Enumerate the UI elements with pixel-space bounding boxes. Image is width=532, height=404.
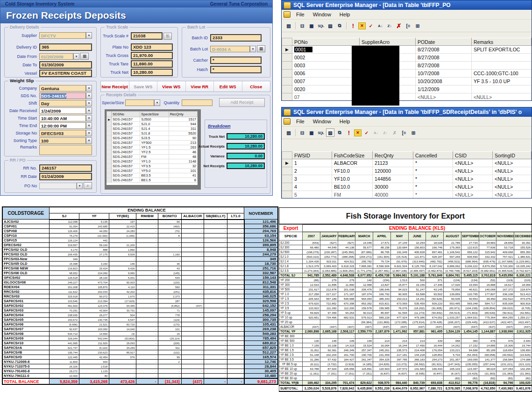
row-pointer[interactable]	[282, 93, 292, 101]
add-receipt-button[interactable]: Add Receipt	[219, 98, 265, 107]
chevron-down-icon[interactable]: ▼	[86, 115, 92, 121]
coldstorage-row[interactable]: SAFIICS#02 461,600123,37664,465-(6,852)(…	[2, 304, 278, 308]
coldstorage-row[interactable]: CSP#08 126,40644,05024,283-(70)--- 204,7…	[2, 229, 278, 234]
table-row[interactable]: 2 YF10.0 120000 * <NULL> <NULL>	[282, 167, 532, 175]
ws-button[interactable]: Close	[242, 81, 270, 92]
grid-column-header[interactable]: CSID	[453, 152, 493, 159]
vessel-field[interactable]: FV EASTERN COAST	[39, 70, 92, 77]
menu-item[interactable]: Window	[310, 11, 336, 18]
coldstorage-row[interactable]: SAFIICS#10 441,995211,92029,093-(206)---…	[2, 341, 278, 346]
sort-ascending-icon[interactable]: A↓	[376, 21, 384, 30]
table-row[interactable]: 0002 8/27/2008	[282, 54, 532, 62]
rr-date-field[interactable]: 01/24/2009	[39, 173, 92, 180]
toolbar-separator[interactable]	[295, 22, 296, 29]
coldstorage-row[interactable]: NYKU-791493-8 29,2721,133------ 30,405	[2, 369, 278, 374]
grid-column-header[interactable]: SortingID	[493, 152, 532, 159]
row-pointer[interactable]	[282, 62, 292, 70]
chevron-down-icon[interactable]: ▼	[86, 92, 92, 99]
coldstorage-row[interactable]: FPCS#06 OLD 98,652224,0909,990-(145)--- …	[2, 271, 278, 276]
grid-column-header[interactable]: RecQnty	[373, 152, 413, 159]
chevron-down-icon[interactable]: ▼	[154, 99, 160, 106]
window-titlebar[interactable]: SQL Server Enterprise Manager - [Data in…	[282, 107, 532, 117]
menu-item[interactable]: File	[293, 11, 310, 18]
table-row[interactable]: ▶ 0001 8/27/2008 SPLIT EXPORT/LOC	[282, 46, 532, 54]
chevron-down-icon[interactable]: ▼	[86, 32, 92, 39]
row-pointer[interactable]	[282, 167, 292, 175]
date-to-field[interactable]: 01/30/2009	[39, 61, 92, 69]
coldstorage-row[interactable]: NYKU-713375-0 26,3262,518------ 28,844	[2, 364, 278, 369]
grid-column-header[interactable]: Cancelled	[413, 152, 453, 159]
add-table-icon[interactable]: ⊞	[413, 21, 422, 30]
row-pointer[interactable]: ▶	[282, 159, 292, 167]
ws-button[interactable]: Edit WS	[214, 81, 242, 92]
row-pointer[interactable]: ▶	[282, 46, 292, 54]
sort-descending-icon[interactable]: Z↓	[381, 128, 390, 137]
toolbar-separator[interactable]	[295, 129, 296, 136]
ws-button[interactable]: View RR	[186, 81, 214, 92]
fish-row[interactable]: SUBTOTAL: 3,150,0245,528,8767,826,9429,4…	[279, 385, 532, 391]
grid-column-header[interactable]: FishCodeSize	[332, 152, 373, 159]
sort-ascending-icon[interactable]: A↓	[372, 128, 380, 137]
show-sql-pane-icon[interactable]: SQL	[317, 128, 325, 137]
grid-column-header[interactable]: PODate	[416, 38, 472, 46]
menu-item[interactable]: Window	[310, 118, 336, 125]
fish-row[interactable]: SJ 1.8 1,513,3793,069,4036,618,3157,865,…	[279, 264, 532, 269]
coldstorage-row[interactable]: SAFIICS#01 103,546213,394(17,629)-287---…	[2, 299, 278, 304]
fish-row[interactable]: SJ 3.5 (1,273,364)(1,053,886)(1,806,250)…	[279, 269, 532, 273]
grid-column-header[interactable]: SupplierAcro	[360, 38, 416, 46]
receipt-row[interactable]: SDS-246157 SJ1.4 311	[107, 127, 198, 131]
coldstorage-row[interactable]: DFECS#02 319,56759,10021,200----- 399,89…	[2, 243, 278, 248]
sort-descending-icon[interactable]: Z↓	[385, 21, 394, 30]
grid-column-header[interactable]: RecQnty	[169, 112, 197, 117]
coldstorage-row[interactable]: SAFIICS#06 (5,656)21,52183,720-(170)--- …	[2, 322, 278, 327]
receipt-row[interactable]: SDS-246157 YF1.5 263	[107, 145, 198, 150]
fish-row[interactable]: TOTAL YF(B 169,462334,295701,474829,6229…	[279, 381, 532, 385]
add-table-icon[interactable]: ⊞	[409, 128, 418, 137]
sorting-type-field[interactable]: 100	[39, 137, 86, 144]
chevron-down-icon[interactable]: ▼	[86, 130, 92, 136]
fish-row[interactable]: YF BE 10 up 63,78887,924105,656115,89112…	[279, 367, 532, 371]
grid-column-header[interactable]: Remarks	[472, 38, 532, 46]
coldstorage-row[interactable]: NYKU-794111-0 10,40080------ 10,480	[2, 374, 278, 379]
verify-sql-icon[interactable]: ✓	[362, 128, 371, 137]
coldstorage-row[interactable]: SAFIICS#05 153,672140,7356,547-(119)--- …	[2, 318, 278, 322]
date-from-field[interactable]: 01/20/2009	[39, 53, 73, 60]
table-row[interactable]: 0020 1/12/2009	[282, 85, 532, 93]
chevron-down-icon[interactable]: ▼	[250, 46, 256, 52]
remove-filter-icon[interactable]: ✗	[390, 128, 399, 137]
show-diagram-pane-icon[interactable]: ⊟	[298, 128, 306, 137]
run-icon[interactable]: !	[349, 21, 357, 30]
coldstorage-row[interactable]: CSP#01 91,054243,68522,415-(460)--- 356,…	[2, 224, 278, 229]
coldstorage-row[interactable]: FPCS#03-New 349------- 349	[2, 257, 278, 262]
truck-scale-no-field[interactable]: 21038	[131, 32, 163, 40]
fish-row[interactable]: YF 300 12,53311,89511,89012,95813,82715,…	[279, 283, 532, 287]
show-grid-pane-icon[interactable]: ▦	[307, 21, 316, 30]
row-pointer[interactable]	[282, 175, 292, 183]
fish-row[interactable]: ALBACOR (437)(437)(437)(437)(437)(437)(4…	[279, 325, 532, 329]
coldstorage-row[interactable]: RRCS#02 111,622202,03342,202-(241)--- 43…	[2, 290, 278, 294]
chevron-down-icon[interactable]: ▼	[86, 100, 92, 106]
remove-filter-icon[interactable]: ✗	[395, 21, 403, 30]
coldstorage-row[interactable]: SAFIICS#D 122,44542,454576-99--- 165,574	[2, 355, 278, 360]
fish-row[interactable]: YF 1.5 205,933557,189548,688564,054385,3…	[279, 297, 532, 301]
receipt-row[interactable]: SDS-246157 FM 48	[107, 155, 198, 159]
fish-row[interactable]: YF BE 1.5 31,81160,361246,349257,347245,…	[279, 348, 532, 353]
fish-row[interactable]: YF 3.5 133,922111,260112,200159,578156,9…	[279, 306, 532, 311]
fish-row[interactable]: YF BE 3.5 31,28657,432184,427261,347354,…	[279, 357, 532, 362]
delivery-id-field[interactable]: 365	[39, 43, 92, 51]
batch-lot-field[interactable]: D-0034 A	[210, 46, 250, 52]
fish-row[interactable]: YF BE 500 130149149149214214214339458360…	[279, 339, 532, 343]
catcher-field[interactable]: *	[210, 57, 262, 64]
receipt-row[interactable]: ▶ SDS-246157 SJ500 1517	[107, 117, 198, 122]
calendar-button[interactable]: ▦	[80, 53, 89, 60]
coldstorage-row[interactable]: SAFIICS#08 534,71014,550(3)-15--- 549,28…	[2, 332, 278, 336]
fish-row[interactable]: YF BE 30 up -------(82)(82)(82)(82)(82)	[279, 376, 532, 381]
coldstorage-row[interactable]: FPCS#05 OLD 15,3983,150146-36--- 18,730	[2, 262, 278, 266]
fish-row[interactable]: YF BE 1.0 7,15910,10814,31915,52416,0641…	[279, 343, 532, 348]
truck-tare-field[interactable]: 11,690.00	[131, 60, 173, 68]
table-row[interactable]: 07 <NULL> <NULL>	[282, 93, 532, 101]
receipt-row[interactable]: SDS-246157 YF3.5 32	[107, 164, 198, 169]
show-results-pane-icon[interactable]: ▤	[326, 128, 334, 137]
table-row[interactable]: 0003 8/27/2008	[282, 62, 532, 70]
coldstorage-row[interactable]: TOTAL BALANCE 5,824,3593,415,268473,426-…	[2, 378, 278, 384]
